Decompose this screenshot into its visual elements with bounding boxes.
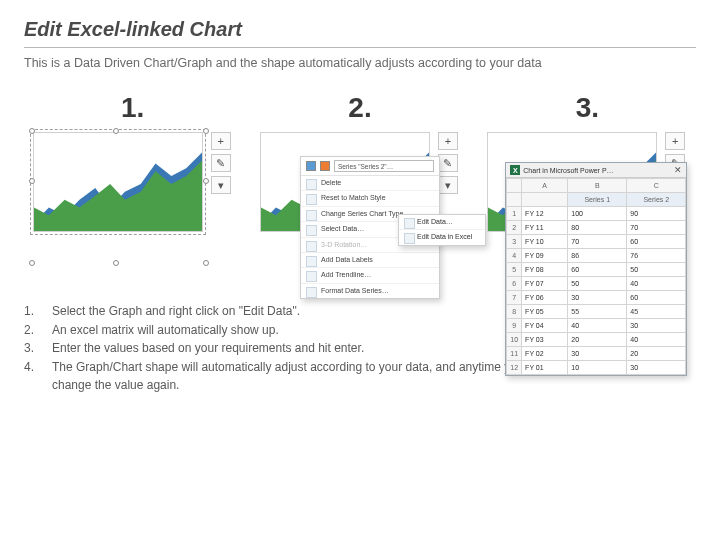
data-cell[interactable]: 20 [568, 333, 627, 347]
row-header[interactable]: 12 [507, 361, 522, 375]
data-cell[interactable]: 100 [568, 207, 627, 221]
row-header[interactable]: 11 [507, 347, 522, 361]
data-cell[interactable]: 50 [627, 263, 686, 277]
data-cell[interactable]: 60 [627, 291, 686, 305]
brush-icon[interactable]: ✎ [211, 154, 231, 172]
resize-handle[interactable] [203, 128, 209, 134]
close-icon[interactable]: ✕ [674, 165, 682, 175]
data-cell[interactable]: 30 [568, 347, 627, 361]
data-cell[interactable]: 30 [627, 319, 686, 333]
fill-swatch-icon[interactable] [306, 161, 316, 171]
data-cell[interactable]: FY 02 [522, 347, 568, 361]
row-header[interactable]: 9 [507, 319, 522, 333]
data-cell[interactable]: FY 09 [522, 249, 568, 263]
data-cell[interactable]: 10 [568, 361, 627, 375]
data-cell[interactable]: FY 07 [522, 277, 568, 291]
col-header[interactable]: A [522, 179, 568, 193]
data-cell[interactable]: 40 [627, 277, 686, 291]
data-cell[interactable]: FY 11 [522, 221, 568, 235]
data-cell[interactable]: 80 [568, 221, 627, 235]
submenu-edit-data[interactable]: Edit Data… [399, 215, 485, 230]
plus-icon[interactable]: + [211, 132, 231, 150]
table-row: 7FY 063060 [507, 291, 686, 305]
brush-icon[interactable]: ✎ [438, 154, 458, 172]
menu-item-add-data-labels[interactable]: Add Data Labels [301, 253, 439, 268]
row-header[interactable]: 4 [507, 249, 522, 263]
svg-marker-1 [34, 160, 202, 231]
submenu-edit-data-in-excel[interactable]: Edit Data in Excel [399, 230, 485, 244]
data-cell[interactable]: FY 10 [522, 235, 568, 249]
title-divider [24, 47, 696, 48]
plus-icon[interactable]: + [665, 132, 685, 150]
row-header[interactable]: 6 [507, 277, 522, 291]
menu-item-format-data-series[interactable]: Format Data Series… [301, 284, 439, 298]
resize-handle[interactable] [29, 128, 35, 134]
table-row: 8FY 055545 [507, 305, 686, 319]
data-cell[interactable]: 86 [568, 249, 627, 263]
chart-selected[interactable] [33, 132, 203, 232]
row-header[interactable]: 3 [507, 235, 522, 249]
instr-num: 2. [24, 321, 34, 340]
corner-cell[interactable] [507, 179, 522, 193]
data-cell[interactable]: 20 [627, 347, 686, 361]
data-cell[interactable]: FY 04 [522, 319, 568, 333]
data-cell[interactable]: 70 [627, 221, 686, 235]
row-header[interactable]: 7 [507, 291, 522, 305]
plus-icon[interactable]: + [438, 132, 458, 150]
row-header[interactable]: 5 [507, 263, 522, 277]
data-cell[interactable]: FY 12 [522, 207, 568, 221]
data-cell[interactable]: 90 [627, 207, 686, 221]
row-header[interactable]: 10 [507, 333, 522, 347]
series-selector[interactable]: Series "Series 2"… [334, 160, 434, 172]
resize-handle[interactable] [113, 128, 119, 134]
data-cell[interactable]: 40 [627, 333, 686, 347]
resize-handle[interactable] [29, 260, 35, 266]
data-cell[interactable]: FY 03 [522, 333, 568, 347]
series-2-header[interactable]: Series 2 [627, 193, 686, 207]
data-cell[interactable]: 40 [568, 319, 627, 333]
instr-line: Select the Graph and right click on "Edi… [52, 302, 562, 321]
data-cell[interactable]: 60 [568, 263, 627, 277]
table-row: 1FY 1210090 [507, 207, 686, 221]
row-header[interactable]: 1 [507, 207, 522, 221]
menu-item-reset-style[interactable]: Reset to Match Style [301, 191, 439, 206]
row-header[interactable]: 8 [507, 305, 522, 319]
data-cell[interactable]: 76 [627, 249, 686, 263]
steps-row: 1. + ✎ ▾ 2. [24, 92, 696, 262]
outline-swatch-icon[interactable] [320, 161, 330, 171]
instruction-numbers: 1. 2. 3. 4. [24, 302, 34, 395]
series-1-header[interactable]: Series 1 [568, 193, 627, 207]
category-header-cell[interactable] [522, 193, 568, 207]
page-subtitle: This is a Data Driven Chart/Graph and th… [24, 56, 696, 70]
excel-grid[interactable]: A B C Series 1 Series 2 1FY 12100902FY 1… [506, 178, 686, 375]
resize-handle[interactable] [203, 178, 209, 184]
row-header[interactable] [507, 193, 522, 207]
menu-item-delete[interactable]: Delete [301, 176, 439, 191]
data-cell[interactable]: 60 [627, 235, 686, 249]
resize-handle[interactable] [29, 178, 35, 184]
menu-item-add-trendline[interactable]: Add Trendline… [301, 268, 439, 283]
resize-handle[interactable] [113, 260, 119, 266]
data-cell[interactable]: FY 05 [522, 305, 568, 319]
series-header-row: Series 1 Series 2 [507, 193, 686, 207]
funnel-icon[interactable]: ▾ [438, 176, 458, 194]
data-cell[interactable]: FY 06 [522, 291, 568, 305]
table-row: 3FY 107060 [507, 235, 686, 249]
table-row: 12FY 011030 [507, 361, 686, 375]
resize-handle[interactable] [203, 260, 209, 266]
col-header[interactable]: B [568, 179, 627, 193]
col-header[interactable]: C [627, 179, 686, 193]
table-row: 10FY 032040 [507, 333, 686, 347]
chart-thumb-3: + ✎ ▾ X Chart in Microsoft Power P… ✕ [487, 132, 687, 262]
data-cell[interactable]: 70 [568, 235, 627, 249]
data-cell[interactable]: 55 [568, 305, 627, 319]
data-cell[interactable]: FY 01 [522, 361, 568, 375]
data-cell[interactable]: 30 [627, 361, 686, 375]
funnel-icon[interactable]: ▾ [211, 176, 231, 194]
data-cell[interactable]: 30 [568, 291, 627, 305]
data-cell[interactable]: 50 [568, 277, 627, 291]
row-header[interactable]: 2 [507, 221, 522, 235]
data-cell[interactable]: 45 [627, 305, 686, 319]
step-2: 2. + ✎ ▾ Series "Series 2"… Delete [251, 92, 468, 262]
data-cell[interactable]: FY 08 [522, 263, 568, 277]
